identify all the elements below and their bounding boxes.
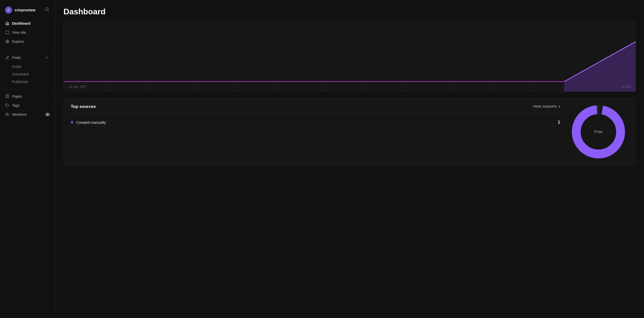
nav-group-main: Dashboard View site Exp (0, 19, 55, 46)
sources-panel: Top sources FREE SIGNUPS ▾ Created manua… (63, 98, 636, 166)
sidebar-item-scheduled[interactable]: Scheduled (0, 70, 55, 78)
source-count: 1 (558, 120, 560, 125)
nav-divider-2 (0, 90, 55, 90)
sidebar-item-view-site[interactable]: View site (0, 28, 55, 37)
site-name[interactable]: C crispreview (5, 7, 36, 14)
svg-line-1 (48, 10, 48, 11)
chart-svg (64, 22, 636, 92)
source-row: Created manually 1 (71, 117, 560, 127)
main-nav: Dashboard View site Exp (0, 19, 55, 125)
sources-title: Top sources (71, 104, 96, 109)
sidebar: C crispreview Dashboard (0, 0, 55, 318)
source-dot (71, 121, 73, 124)
sidebar-item-drafts[interactable]: Drafts (0, 63, 55, 70)
content-area: 19 Jan, 2023 18 Feb Top sources FREE SIG… (55, 21, 644, 318)
sources-filter[interactable]: FREE SIGNUPS ▾ (533, 105, 560, 108)
members-icon (5, 112, 10, 117)
sidebar-item-posts[interactable]: Posts + (0, 52, 55, 63)
sidebar-item-pages[interactable]: Pages (0, 92, 55, 101)
pages-icon (5, 94, 10, 99)
nav-group-pages: Pages Tags (0, 92, 55, 119)
sidebar-item-members[interactable]: Members 1 (0, 110, 55, 119)
svg-rect-2 (6, 31, 9, 34)
donut-label: Free (594, 130, 603, 134)
home-icon (5, 21, 10, 26)
page-title: Dashboard (55, 0, 644, 21)
globe-icon (5, 39, 10, 44)
add-post-button[interactable]: + (44, 55, 50, 61)
nav-divider-1 (0, 50, 55, 50)
site-avatar: C (5, 7, 12, 14)
chevron-down-icon: ▾ (559, 105, 560, 108)
members-badge: 1 (45, 113, 50, 116)
svg-point-6 (6, 113, 7, 114)
posts-icon (5, 55, 10, 60)
main-content: Dashboard 19 Jan, 2023 1 (55, 0, 644, 318)
source-name: Created manually (76, 120, 555, 125)
sources-header: Top sources FREE SIGNUPS ▾ (71, 104, 560, 113)
external-link-icon (5, 30, 10, 35)
sources-left: Top sources FREE SIGNUPS ▾ Created manua… (71, 104, 560, 127)
donut-chart-container: Free (568, 104, 629, 160)
svg-point-5 (6, 104, 7, 105)
chart-date-start: 19 Jan, 2023 (69, 85, 86, 89)
sidebar-item-tags[interactable]: Tags (0, 101, 55, 110)
svg-rect-8 (64, 22, 636, 92)
nav-group-posts: Posts + Drafts Scheduled Published (0, 52, 55, 86)
svg-point-0 (45, 8, 48, 11)
sidebar-item-dashboard[interactable]: Dashboard (0, 19, 55, 28)
tags-icon (5, 103, 10, 108)
search-button[interactable] (44, 6, 50, 14)
chart-date-end: 18 Feb (621, 85, 631, 89)
sidebar-item-published[interactable]: Published (0, 78, 55, 86)
sidebar-header: C crispreview (0, 4, 55, 19)
chart-container: 19 Jan, 2023 18 Feb (63, 21, 636, 92)
sidebar-item-explore[interactable]: Explore (0, 37, 55, 46)
